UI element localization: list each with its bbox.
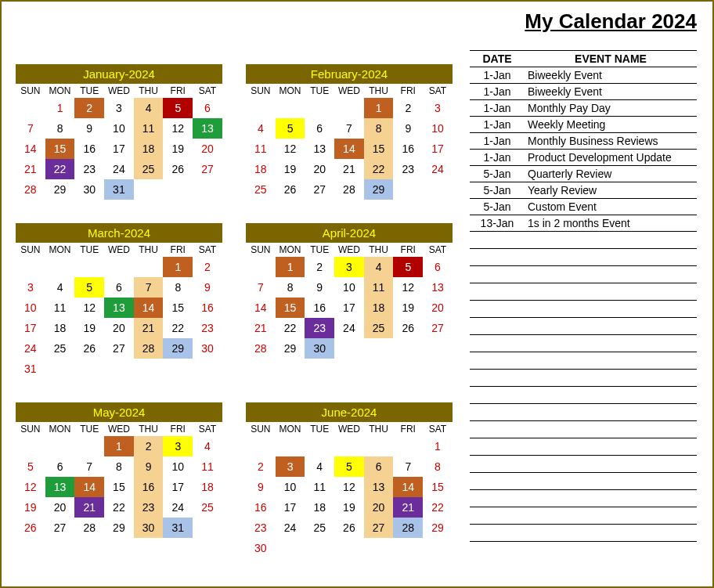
day-cell: 11 [134, 118, 164, 139]
day-cell: 10 [334, 277, 364, 298]
day-cell: 10 [276, 477, 305, 497]
day-cell: 3 [334, 257, 364, 277]
event-date: 1-Jan [470, 117, 525, 132]
month-block: June-2024SUNMONTUEWEDTHUFRISAT1234567891… [246, 402, 453, 558]
day-cell: 23 [74, 159, 104, 179]
day-cell: 22 [104, 497, 134, 518]
day-cell: 12 [163, 118, 193, 139]
day-cell: 30 [74, 179, 104, 200]
event-name: Product Development Update [525, 150, 697, 165]
events-list: 1-JanBiweekly Event1-JanBiweekly Event1-… [470, 67, 697, 232]
event-date: 1-Jan [470, 84, 525, 99]
day-cell: 5 [74, 277, 104, 298]
dow-label: MON [276, 84, 305, 98]
day-cell: 25 [193, 497, 222, 518]
month-header: January-2024 [16, 64, 222, 84]
day-cell: 1 [163, 257, 193, 277]
event-blank-row [470, 232, 697, 249]
day-cell: 16 [393, 139, 423, 159]
month-header: April-2024 [246, 223, 453, 243]
day-cell: 3 [163, 436, 193, 456]
day-cell: 22 [45, 159, 75, 179]
day-cell: 9 [74, 118, 104, 139]
event-blank-row [470, 456, 697, 473]
day-cell [134, 257, 164, 277]
day-cell [276, 538, 305, 558]
month-block: March-2024SUNMONTUEWEDTHUFRISAT123456789… [16, 223, 222, 379]
day-cell: 16 [134, 477, 164, 497]
event-date: 13-Jan [470, 215, 525, 231]
event-blank-row [470, 283, 697, 301]
event-date: 5-Jan [470, 166, 525, 182]
day-cell: 10 [423, 118, 453, 139]
day-cell: 2 [193, 257, 222, 277]
day-cell: 20 [423, 298, 453, 318]
day-cell: 19 [334, 497, 364, 518]
day-cell: 24 [104, 159, 134, 179]
event-blank-row [470, 249, 697, 266]
event-date: 1-Jan [470, 67, 525, 83]
day-cell: 27 [364, 518, 394, 538]
day-cell [193, 518, 222, 538]
day-cell: 27 [104, 338, 134, 359]
day-cell: 7 [134, 277, 164, 298]
dow-label: THU [364, 422, 394, 436]
event-blank-row [470, 490, 697, 507]
event-row: 1-JanBiweekly Event [470, 84, 697, 100]
dow-label: FRI [393, 84, 423, 98]
dow-label: MON [45, 84, 75, 98]
day-cell: 9 [393, 118, 423, 139]
day-cell: 31 [16, 359, 45, 379]
event-row: 13-Jan1s in 2 months Event [470, 215, 697, 232]
day-cell [74, 436, 104, 456]
dow-label: MON [276, 422, 305, 436]
months-grid: January-2024SUNMONTUEWEDTHUFRISAT1234567… [16, 64, 462, 558]
day-cell [393, 436, 423, 456]
event-blank-row [470, 404, 697, 421]
event-row: 5-JanCustom Event [470, 199, 697, 215]
day-cell: 14 [74, 477, 104, 497]
month-header: May-2024 [16, 402, 222, 422]
day-cell: 26 [276, 179, 305, 200]
day-cell [305, 538, 334, 558]
event-blank-row [470, 473, 697, 490]
day-cell: 20 [104, 318, 134, 338]
day-cell: 8 [45, 118, 75, 139]
day-cell: 14 [16, 139, 45, 159]
day-cell: 20 [305, 159, 334, 179]
day-cell: 22 [364, 159, 394, 179]
day-cell [276, 436, 305, 456]
event-blank-row [470, 387, 697, 404]
day-cell: 31 [163, 518, 193, 538]
day-cell: 23 [305, 318, 334, 338]
month-block: February-2024SUNMONTUEWEDTHUFRISAT123456… [246, 64, 453, 200]
day-cell: 15 [364, 139, 394, 159]
day-cell: 16 [74, 139, 104, 159]
event-name: Biweekly Event [525, 67, 697, 83]
day-cell: 3 [423, 98, 453, 118]
day-cell: 13 [305, 139, 334, 159]
day-cell: 17 [276, 497, 305, 518]
event-row: 1-JanWeekly Meeting [470, 117, 697, 133]
dow-label: FRI [393, 422, 423, 436]
event-blank-row [470, 301, 697, 318]
event-blank-row [470, 266, 697, 283]
day-cell: 29 [45, 179, 75, 200]
dow-label: WED [334, 84, 364, 98]
day-cell: 7 [16, 118, 45, 139]
day-cell [193, 179, 222, 200]
day-cell: 1 [364, 98, 394, 118]
day-cell: 27 [423, 318, 453, 338]
day-cell [423, 179, 453, 200]
dow-label: THU [364, 243, 394, 257]
events-header-date: DATE [470, 51, 525, 67]
dow-label: WED [104, 422, 134, 436]
day-cell [364, 338, 394, 359]
day-cell: 27 [45, 518, 75, 538]
day-cell: 7 [74, 456, 104, 477]
dow-label: TUE [74, 84, 104, 98]
event-date: 5-Jan [470, 199, 525, 215]
day-cell: 27 [193, 159, 222, 179]
day-cell [45, 257, 75, 277]
day-cell: 20 [45, 497, 75, 518]
